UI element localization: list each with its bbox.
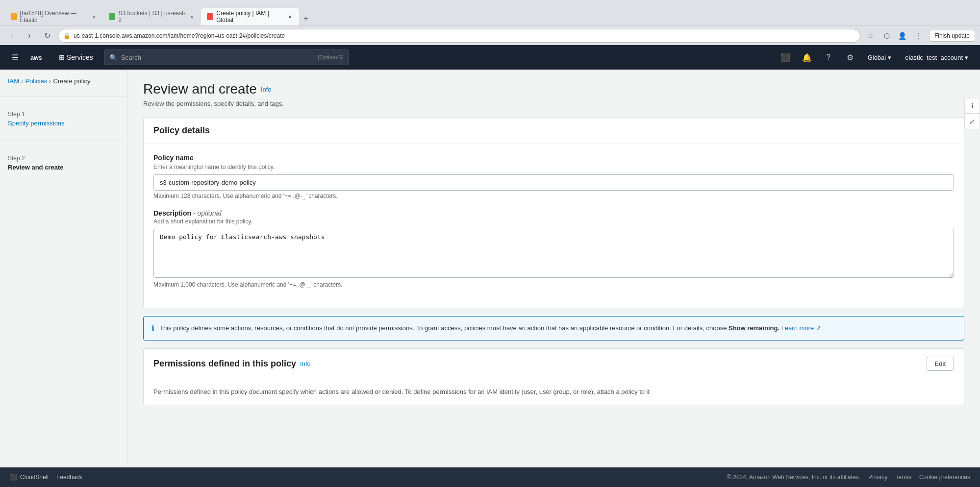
tab-title-elastic: [ba1548] Overview — Elastic — [20, 10, 88, 24]
tab-elastic[interactable]: [ba1548] Overview — Elastic × — [5, 8, 103, 25]
bookmark-button[interactable]: ☆ — [864, 29, 878, 43]
page-title: Review and create — [143, 81, 257, 97]
description-input[interactable] — [153, 229, 954, 278]
policy-details-title: Policy details — [153, 125, 210, 135]
tab-favicon-elastic — [11, 13, 17, 20]
browser-tabs: [ba1548] Overview — Elastic × S3 buckets… — [5, 0, 975, 25]
edit-button[interactable]: Edit — [927, 357, 954, 371]
breadcrumb-current: Create policy — [53, 77, 91, 85]
more-button[interactable]: ⋮ — [911, 29, 925, 43]
breadcrumb-iam[interactable]: IAM — [8, 77, 19, 85]
step2-container: Step 2 Review and create — [0, 147, 127, 179]
right-expand-button[interactable]: ⤢ — [964, 114, 980, 129]
copyright-text: © 2024, Amazon Web Services, Inc. or its… — [727, 474, 860, 481]
feedback-button[interactable]: Feedback — [56, 474, 82, 481]
grid-icon: ⊞ — [59, 53, 65, 61]
policy-details-header: Policy details — [144, 118, 964, 144]
description-hint: Add a short explanation for this policy. — [153, 218, 954, 225]
policy-name-label: Policy name — [153, 154, 954, 162]
info-alert-link[interactable]: Learn more ↗ — [781, 324, 821, 332]
aws-logo[interactable]: aws — [30, 51, 48, 63]
step1-label: Step 1 — [8, 111, 119, 118]
breadcrumb-sep-1: › — [21, 77, 23, 85]
policy-name-input[interactable] — [153, 174, 954, 191]
account-selector[interactable]: elastic_test_account ▾ — [901, 52, 972, 63]
tab-s3[interactable]: S3 buckets | S3 | us-east-2 × — [103, 8, 201, 25]
account-chevron-icon: ▾ — [965, 54, 968, 61]
permissions-body: Permissions defined in this policy docum… — [144, 379, 964, 405]
info-alert-bold: Show remaining. — [729, 324, 779, 332]
extensions-button[interactable]: ⬡ — [880, 29, 894, 43]
description-label-text: Description — [153, 209, 191, 217]
info-alert: ℹ This policy defines some actions, reso… — [143, 316, 964, 341]
settings-button[interactable]: ⚙ — [842, 49, 858, 65]
account-label: elastic_test_account — [905, 54, 963, 61]
cloudshell-label: CloudShell — [20, 474, 49, 481]
main-layout: IAM › Policies › Create policy Step 1 Sp… — [0, 70, 980, 467]
breadcrumb: IAM › Policies › Create policy — [0, 77, 127, 91]
page-title-row: Review and create Info — [143, 81, 964, 97]
step2-current: Review and create — [8, 164, 63, 171]
footer-left: ⬛ CloudShell Feedback — [10, 474, 82, 481]
help-button[interactable]: ? — [821, 49, 836, 65]
lock-icon: 🔒 — [63, 32, 71, 39]
right-info-button[interactable]: ℹ — [964, 98, 980, 114]
cloudshell-button[interactable]: ⬛ CloudShell — [10, 474, 49, 481]
description-optional: - optional — [193, 209, 222, 217]
account-button[interactable]: 👤 — [896, 29, 909, 43]
region-chevron-icon: ▾ — [888, 54, 891, 61]
reload-button[interactable]: ↻ — [40, 29, 54, 43]
policy-name-group: Policy name Enter a meaningful name to i… — [153, 154, 954, 199]
notifications-button[interactable]: 🔔 — [799, 49, 815, 65]
permissions-title: Permissions defined in this policy — [153, 359, 296, 369]
permissions-title-row: Permissions defined in this policy Info — [153, 359, 311, 369]
page-subtitle: Review the permissions, specify details,… — [143, 100, 964, 107]
browser-actions: ☆ ⬡ 👤 ⋮ — [864, 29, 925, 43]
policy-details-body: Policy name Enter a meaningful name to i… — [144, 144, 964, 308]
cloudshell-icon-btn[interactable]: ⬛ — [778, 49, 793, 65]
step2-label: Step 2 — [8, 155, 119, 162]
tab-favicon-iam — [207, 13, 213, 20]
step1-link[interactable]: Specify permissions — [8, 120, 119, 127]
external-link-icon: ↗ — [816, 324, 821, 332]
region-selector[interactable]: Global ▾ — [864, 52, 896, 63]
services-button[interactable]: ⊞ Services — [54, 50, 98, 64]
browser-chrome: [ba1548] Overview — Elastic × S3 buckets… — [0, 0, 980, 25]
tab-favicon-s3 — [109, 13, 115, 20]
back-button[interactable]: ‹ — [5, 29, 19, 43]
privacy-link[interactable]: Privacy — [868, 474, 887, 481]
cookie-link[interactable]: Cookie preferences — [919, 474, 970, 481]
breadcrumb-policies[interactable]: Policies — [25, 77, 47, 85]
search-input[interactable] — [121, 54, 314, 61]
info-alert-text-before: This policy defines some actions, resour… — [159, 324, 729, 332]
tab-iam[interactable]: Create policy | IAM | Global × — [201, 8, 299, 25]
sidebar: IAM › Policies › Create policy Step 1 Sp… — [0, 70, 127, 467]
policy-name-constraint: Maximum 128 characters. Use alphanumeric… — [153, 193, 954, 199]
terms-link[interactable]: Terms — [895, 474, 911, 481]
url-display: us-east-1.console.aws.amazon.com/iam/hom… — [74, 32, 855, 39]
hamburger-menu[interactable]: ☰ — [8, 49, 23, 66]
tab-close-elastic[interactable]: × — [91, 13, 97, 20]
tab-title-iam: Create policy | IAM | Global — [216, 10, 284, 24]
search-shortcut: [Option+S] — [318, 54, 343, 60]
breadcrumb-sep-2: › — [49, 77, 51, 85]
policy-details-card: Policy details Policy name Enter a meani… — [143, 117, 964, 308]
search-bar[interactable]: 🔍 [Option+S] — [104, 49, 349, 65]
search-icon: 🔍 — [109, 54, 117, 61]
description-constraint: Maximum 1,000 characters. Use alphanumer… — [153, 281, 954, 288]
new-tab-button[interactable]: + — [299, 12, 313, 25]
content-area: Review and create Info Review the permis… — [127, 70, 980, 467]
tab-close-s3[interactable]: × — [189, 13, 195, 20]
address-bar-row: ‹ › ↻ 🔒 us-east-1.console.aws.amazon.com… — [0, 25, 980, 45]
finish-update-button[interactable]: Finish update — [929, 30, 975, 42]
info-alert-text: This policy defines some actions, resour… — [159, 323, 821, 333]
address-bar[interactable]: 🔒 us-east-1.console.aws.amazon.com/iam/h… — [58, 29, 860, 43]
permissions-info-link[interactable]: Info — [300, 360, 311, 367]
policy-name-hint: Enter a meaningful name to identify this… — [153, 164, 954, 170]
forward-button[interactable]: › — [23, 29, 36, 43]
permissions-card: Permissions defined in this policy Info … — [143, 348, 964, 405]
tab-close-iam[interactable]: × — [287, 13, 293, 20]
page-header: Review and create Info Review the permis… — [143, 81, 964, 107]
page-info-link[interactable]: Info — [261, 86, 272, 93]
aws-navbar: ☰ aws ⊞ Services 🔍 [Option+S] ⬛ 🔔 ? ⚙ Gl… — [0, 45, 980, 70]
